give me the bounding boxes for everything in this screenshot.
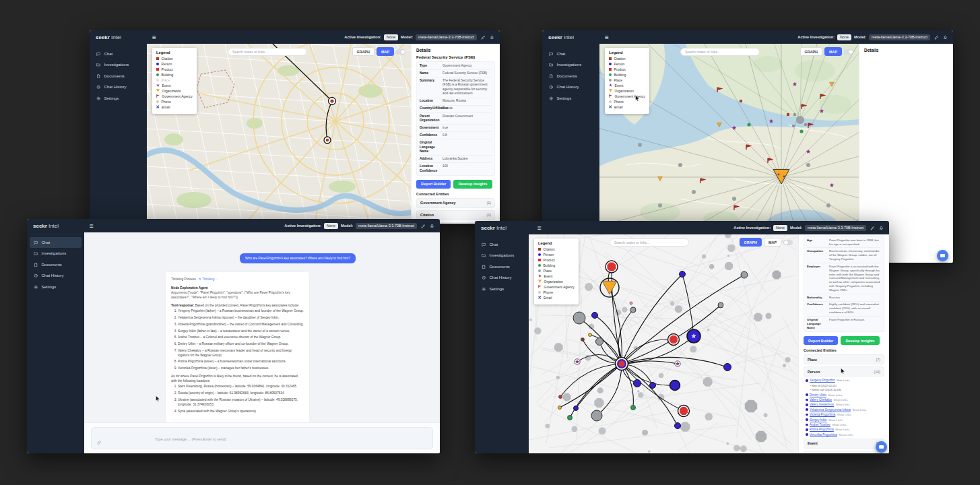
sidebar-item[interactable]: Investigations <box>92 60 144 71</box>
legend-item[interactable]: Person <box>609 62 645 66</box>
legend-item[interactable]: Citation <box>609 57 645 61</box>
thinking-status-link[interactable]: ⟳ Thinking... <box>199 277 217 282</box>
legend-item[interactable]: Government Agency <box>538 285 575 289</box>
view-switch[interactable] <box>844 49 853 55</box>
legend-item[interactable]: Event <box>538 274 575 278</box>
sidebar-item[interactable]: Chat History <box>92 82 144 93</box>
person-link[interactable]: Violetta Prigozhina <box>810 413 835 416</box>
person-link[interactable]: Valery Chekalov <box>810 398 832 401</box>
person-links-toggle[interactable]: Show Links <box>834 398 848 401</box>
legend-item[interactable]: Place <box>538 269 575 273</box>
legend-item[interactable]: Organization <box>609 89 645 93</box>
legend-item[interactable]: Email <box>609 105 645 109</box>
sidebar-item[interactable]: Investigations <box>30 249 81 259</box>
person-link[interactable]: Polina Prigozhina <box>810 428 834 431</box>
active-investigation-badge[interactable]: None <box>384 34 398 40</box>
sidebar-item[interactable]: Documents <box>545 71 597 82</box>
view-switch[interactable] <box>783 240 793 245</box>
menu-icon[interactable]: ≡ <box>152 34 156 41</box>
person-links-toggle[interactable]: Show Links <box>835 428 849 431</box>
search-input[interactable] <box>228 48 307 56</box>
legend-item[interactable]: Building <box>609 73 645 77</box>
legend-item[interactable]: Email <box>156 105 193 109</box>
connected-entity-group[interactable]: Government Agency(1) <box>416 198 495 208</box>
chat-fab-button[interactable] <box>937 250 948 261</box>
legend-item[interactable]: Product <box>609 67 645 71</box>
person-links-toggle[interactable]: Show Links <box>832 423 846 426</box>
legend-item[interactable]: Organization <box>156 89 193 93</box>
sidebar-item[interactable]: Settings <box>30 282 81 292</box>
legend-item[interactable]: Place <box>156 78 193 82</box>
sidebar-item[interactable]: Chat <box>30 237 81 248</box>
sidebar-item[interactable]: Settings <box>545 93 597 104</box>
message-input[interactable] <box>154 437 427 442</box>
map-view-button[interactable]: MAP <box>764 238 781 247</box>
connected-entity-group[interactable]: Event(3) <box>804 439 884 449</box>
legend-item[interactable]: Person <box>156 62 193 66</box>
legend-item[interactable]: Citation <box>538 247 575 251</box>
graph-view-button[interactable]: GRAPH <box>740 238 762 247</box>
sidebar-item[interactable]: Documents <box>478 261 526 272</box>
notifications-icon[interactable] <box>943 35 948 40</box>
menu-icon[interactable]: ≡ <box>605 34 609 41</box>
edit-icon[interactable] <box>934 35 939 40</box>
graph-view-button[interactable]: GRAPH <box>800 47 822 56</box>
sidebar-item[interactable]: Investigations <box>478 251 526 261</box>
search-input[interactable] <box>610 238 689 247</box>
legend-item[interactable]: Event <box>609 84 645 88</box>
map-view-button[interactable]: MAP <box>377 47 394 56</box>
chat-fab-button[interactable] <box>876 441 887 453</box>
view-switch[interactable] <box>396 49 405 55</box>
message-input-box[interactable] <box>91 427 433 449</box>
sidebar-item[interactable]: Settings <box>478 284 526 294</box>
model-badge[interactable]: meta-llama/Llama-3.3-70B-Instruct <box>805 225 866 231</box>
report-builder-button[interactable]: Report Builder <box>804 336 838 345</box>
person-link[interactable]: Andrei Troshev <box>810 423 830 426</box>
sidebar-item[interactable]: Documents <box>30 259 81 270</box>
person-link[interactable]: Sergey Inkin <box>810 418 827 422</box>
active-investigation-badge[interactable]: None <box>837 34 851 40</box>
menu-icon[interactable]: ≡ <box>537 224 542 232</box>
person-link[interactable]: Dmitry Utkin <box>810 393 826 397</box>
legend-item[interactable]: Event <box>156 84 193 88</box>
edit-icon[interactable] <box>481 35 486 40</box>
model-badge[interactable]: meta-llama/Llama-3.3-70B-Instruct <box>356 223 417 229</box>
legend-item[interactable]: Organization <box>538 280 575 284</box>
person-links-toggle[interactable]: Show Links <box>839 433 853 437</box>
sidebar-item[interactable]: Chat <box>545 48 597 59</box>
person-links-toggle[interactable]: Hide Links <box>837 379 849 382</box>
search-input[interactable] <box>680 48 760 56</box>
develop-insights-button[interactable]: Develop Insights <box>841 336 879 345</box>
legend-item[interactable]: Person <box>538 253 575 257</box>
sidebar-item[interactable]: Chat History <box>30 271 81 282</box>
active-investigation-badge[interactable]: None <box>773 225 787 231</box>
person-link[interactable]: Yevgeny Prigozhin <box>810 379 835 382</box>
person-links-toggle[interactable]: Show Links <box>836 403 850 406</box>
attachment-icon[interactable] <box>97 441 102 445</box>
legend-item[interactable]: Phone <box>609 100 645 104</box>
map-canvas[interactable]: Legend CitationPersonProductBuildingPlac… <box>147 44 411 224</box>
legend-item[interactable]: Building <box>156 73 193 77</box>
graph-canvas[interactable]: Legend CitationPersonProductBuildingPlac… <box>529 234 798 453</box>
person-links-toggle[interactable]: Show Links <box>828 418 843 422</box>
notifications-icon[interactable] <box>879 226 884 230</box>
map-view-button[interactable]: MAP <box>824 47 842 56</box>
legend-item[interactable]: Email <box>538 296 575 300</box>
notifications-icon[interactable] <box>430 224 434 228</box>
menu-icon[interactable]: ≡ <box>90 222 94 230</box>
notifications-icon[interactable] <box>490 35 494 40</box>
legend-item[interactable]: Phone <box>538 290 575 294</box>
legend-item[interactable]: Product <box>538 258 575 262</box>
connected-entity-group[interactable]: Person(10) <box>804 366 884 377</box>
legend-item[interactable]: Product <box>156 67 193 71</box>
edit-icon[interactable] <box>421 224 426 228</box>
legend-item[interactable]: Government Agency <box>156 94 193 98</box>
sidebar-item[interactable]: Chat History <box>545 82 597 93</box>
legend-item[interactable]: Phone <box>156 100 193 104</box>
person-link[interactable]: Yekaterina Sergeyevna Inkina <box>810 408 851 412</box>
connected-entity-group[interactable]: Organization(6) <box>804 451 884 453</box>
active-investigation-badge[interactable]: None <box>324 223 338 229</box>
legend-item[interactable]: Government Agency <box>609 94 645 98</box>
person-link[interactable]: Valery Gerasimov <box>810 403 834 406</box>
legend-item[interactable]: Citation <box>156 57 193 61</box>
